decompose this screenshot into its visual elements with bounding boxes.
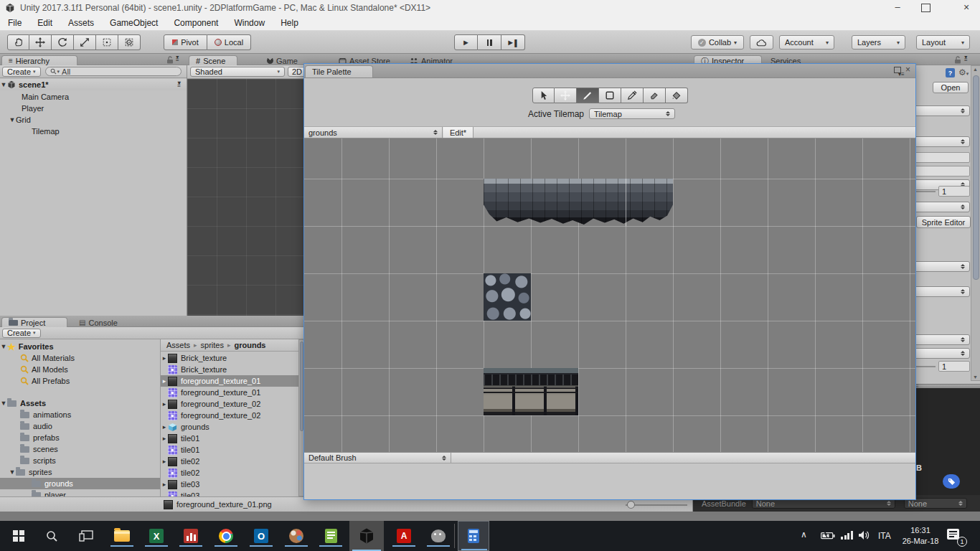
palette-dropdown[interactable]: grounds [304, 127, 443, 138]
file-explorer-button[interactable] [106, 525, 138, 547]
folder-audio[interactable]: audio [20, 420, 52, 432]
step-button[interactable]: ►▌ [501, 34, 525, 50]
layers-dropdown[interactable]: Layers▾ [852, 35, 905, 50]
expander-icon[interactable]: ▼ [0, 81, 7, 88]
favorite-all-materials[interactable]: All Materials [20, 352, 75, 364]
pause-button[interactable] [478, 34, 501, 50]
file-row[interactable]: ▸tile03 [161, 479, 298, 490]
rotate-tool-button[interactable] [52, 34, 74, 50]
volume-icon[interactable] [858, 530, 870, 540]
project-create-button[interactable]: Create▾ [2, 329, 41, 338]
calculator-window-button[interactable] [458, 521, 489, 551]
tile-palette-tab[interactable]: Tile Palette [305, 65, 373, 77]
maximize-button[interactable] [921, 4, 930, 12]
palette-tile-cobble[interactable] [484, 273, 531, 321]
hand-tool-button[interactable] [7, 34, 29, 50]
picker-tool-button[interactable] [621, 88, 644, 103]
scroll-down-icon[interactable]: ▼ [973, 375, 978, 380]
hierarchy-scene-row[interactable]: ▼ scene1* ▾≡ [0, 79, 187, 90]
hierarchy-menu-icon[interactable]: ▾≡ [176, 56, 179, 62]
box-fill-tool-button[interactable] [599, 88, 621, 103]
paint-brush-tool-button[interactable] [577, 88, 599, 103]
notes-app-button[interactable] [315, 525, 347, 547]
hierarchy-item-tilemap[interactable]: Tilemap [32, 126, 60, 137]
inspector-scrollbar[interactable]: ▲ ▼ [971, 65, 980, 381]
keyboard-language[interactable]: ITA [878, 531, 891, 541]
acrobat-button[interactable]: A [388, 525, 420, 547]
scroll-up-icon[interactable]: ▲ [973, 67, 978, 72]
excel-button[interactable]: X [141, 525, 172, 547]
menu-file[interactable]: File [0, 18, 29, 28]
assets-root-row[interactable]: ▼ Assets [0, 397, 160, 409]
menu-assets[interactable]: Assets [60, 18, 102, 28]
file-row[interactable]: ▸tile01 [161, 433, 298, 444]
chrome-button[interactable] [210, 525, 242, 547]
search-button[interactable] [36, 525, 67, 547]
menu-component[interactable]: Component [166, 18, 226, 28]
clock[interactable]: 16:31 26-Mar-18 [898, 525, 943, 547]
eraser-tool-button[interactable] [644, 88, 666, 103]
gimp-button[interactable] [423, 525, 454, 547]
hierarchy-create-button[interactable]: Create▾ [2, 67, 41, 77]
value-field-1[interactable]: 1 [938, 186, 970, 197]
palette-canvas[interactable] [304, 138, 915, 452]
local-toggle-button[interactable]: Local [207, 34, 251, 50]
play-button[interactable]: ► [454, 34, 478, 50]
flood-fill-tool-button[interactable] [666, 88, 688, 103]
favorite-all-models[interactable]: All Models [20, 364, 68, 375]
slider-knob[interactable] [627, 501, 635, 509]
pivot-toggle-button[interactable]: Pivot [164, 34, 207, 50]
cloud-button[interactable] [750, 35, 773, 50]
tab-scene[interactable]: # Scene [189, 55, 237, 66]
file-row[interactable]: tile03 [161, 490, 298, 496]
hierarchy-item-main-camera[interactable]: Main Camera [22, 91, 69, 103]
file-row[interactable]: Brick_texture [161, 364, 298, 375]
tab-game[interactable]: Game [263, 55, 302, 66]
file-row[interactable]: ▸foreground_texture_02 [161, 398, 298, 410]
menu-edit[interactable]: Edit [29, 18, 60, 28]
inspector-menu-icon[interactable]: ▾≡ [964, 56, 968, 62]
tray-chevron-icon[interactable]: ∧ [801, 529, 807, 540]
palette-tile-platform[interactable] [484, 179, 673, 226]
folder-scripts[interactable]: scripts [20, 455, 56, 466]
collab-dropdown[interactable]: ✓ Collab▾ [691, 35, 744, 50]
expander-icon[interactable]: ▼ [9, 116, 16, 123]
hierarchy-lock-icon[interactable] [166, 56, 174, 64]
start-button[interactable] [3, 525, 34, 547]
network-signal-icon[interactable] [841, 531, 853, 540]
breadcrumb-grounds[interactable]: grounds [234, 341, 265, 349]
menu-help[interactable]: Help [273, 18, 306, 28]
expander-icon[interactable]: ▼ [0, 343, 7, 350]
help-icon[interactable]: ? [946, 68, 955, 77]
folder-sprites[interactable]: ▼sprites [9, 466, 52, 478]
task-view-button[interactable] [70, 525, 102, 547]
battery-icon[interactable] [821, 532, 835, 540]
palette-tile-wall[interactable] [484, 368, 578, 415]
inspector-lock-icon[interactable] [954, 56, 961, 64]
transform-tool-button[interactable] [118, 34, 141, 50]
expander-icon[interactable]: ▼ [0, 400, 7, 407]
expander-icon[interactable]: ▼ [9, 468, 16, 476]
file-row-selected[interactable]: ▸foreground_texture_01 [161, 375, 298, 387]
move-tool-button[interactable] [555, 88, 577, 103]
breadcrumb-assets[interactable]: Assets [166, 341, 190, 349]
select-tool-button[interactable] [532, 88, 555, 103]
close-button[interactable]: × [956, 1, 977, 13]
hierarchy-item-player[interactable]: Player [22, 103, 44, 114]
folder-player[interactable]: player [32, 489, 66, 496]
edit-palette-button[interactable]: Edit* [443, 127, 473, 138]
asset-labels-icon[interactable] [943, 474, 960, 489]
file-row[interactable]: ▸ grounds [161, 421, 298, 433]
move-tool-button[interactable] [29, 34, 52, 50]
brush-dropdown[interactable]: Default Brush [304, 453, 451, 463]
shading-mode-dropdown[interactable]: Shaded▾ [190, 67, 285, 77]
menu-window[interactable]: Window [226, 18, 273, 28]
file-row[interactable]: ▸Brick_texture [161, 352, 298, 364]
unity-taskbar-button[interactable] [349, 521, 384, 551]
scrollbar-thumb[interactable] [973, 75, 979, 280]
minimize-button[interactable]: – [887, 1, 908, 12]
menu-gameobject[interactable]: GameObject [102, 18, 166, 28]
hierarchy-item-grid[interactable]: ▼Grid [9, 114, 31, 126]
breadcrumb-sprites[interactable]: sprites [201, 341, 224, 349]
thumbnail-size-slider[interactable] [626, 504, 687, 506]
